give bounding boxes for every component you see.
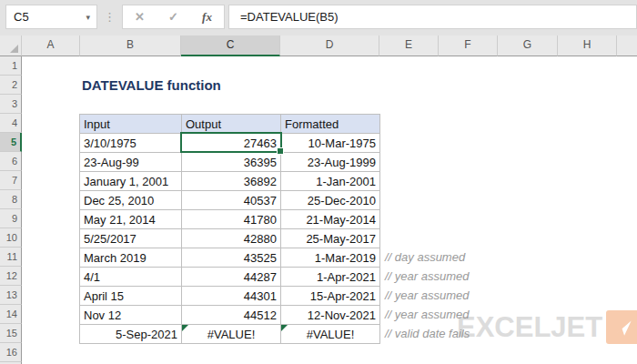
- select-all-button[interactable]: [0, 35, 22, 56]
- row-headers: 1 2 3 4 5 6 7 8 9 10 11 12 13 14 15 16 1…: [0, 56, 22, 364]
- cell-B5[interactable]: 3/10/1975: [80, 134, 182, 153]
- fill-handle[interactable]: [277, 147, 284, 155]
- comment-text: // year assumed: [385, 267, 470, 286]
- column-header-d[interactable]: D: [280, 35, 379, 56]
- excel-window: C5 ▾ ⋮ ✕ ✓ fx =DATEVALUE(B5) A B C D E F…: [0, 0, 637, 364]
- column-header-b[interactable]: B: [80, 35, 181, 56]
- column-header-h[interactable]: H: [558, 35, 617, 56]
- data-table: Input Output Formatted 3/10/1975 27463 1…: [79, 114, 380, 344]
- table-header-row: Input Output Formatted: [80, 115, 380, 134]
- table-row: 23-Aug-99 36395 23-Aug-1999: [80, 153, 380, 172]
- cell-D14[interactable]: 12-Nov-2021: [281, 306, 380, 325]
- cell-D15[interactable]: #VALUE!: [281, 325, 380, 344]
- exceljet-logo-mark: [606, 310, 637, 344]
- column-header-g[interactable]: G: [498, 35, 558, 56]
- cell-C8[interactable]: 40537: [182, 191, 281, 210]
- cell-D11[interactable]: 1-Mar-2019: [281, 248, 380, 268]
- formula-bar: C5 ▾ ⋮ ✕ ✓ fx =DATEVALUE(B5): [0, 0, 637, 35]
- page-title: DATEVALUE function: [82, 76, 221, 95]
- row-header-4[interactable]: 4: [0, 114, 22, 133]
- table-header-output[interactable]: Output: [182, 115, 281, 134]
- cell-C13[interactable]: 44301: [182, 287, 281, 306]
- cell-C7[interactable]: 36892: [182, 172, 281, 191]
- column-header-partial[interactable]: [617, 35, 637, 56]
- formula-bar-buttons: ✕ ✓ fx: [122, 5, 225, 29]
- insert-function-icon[interactable]: fx: [202, 10, 212, 25]
- row-header-1[interactable]: 1: [0, 56, 22, 76]
- chevron-down-icon[interactable]: ▾: [86, 13, 90, 22]
- paper-plane-icon: [612, 316, 635, 339]
- cell-C12[interactable]: 44287: [182, 268, 281, 287]
- formula-text: =DATEVALUE(B5): [240, 10, 339, 24]
- row-header-13[interactable]: 13: [0, 286, 22, 305]
- row-header-3[interactable]: 3: [0, 95, 22, 114]
- table-row: 4/1 44287 1-Apr-2021: [80, 268, 380, 287]
- cell-B9[interactable]: May 21, 2014: [80, 210, 182, 229]
- cell-B7[interactable]: January 1, 2001: [80, 172, 182, 191]
- row-header-7[interactable]: 7: [0, 171, 22, 190]
- cell-B11[interactable]: March 2019: [80, 248, 182, 268]
- row-header-2[interactable]: 2: [0, 76, 22, 95]
- row-header-6[interactable]: 6: [0, 152, 22, 171]
- row-header-11[interactable]: 11: [0, 248, 22, 267]
- cell-C10[interactable]: 42880: [182, 229, 281, 248]
- row-header-15[interactable]: 15: [0, 324, 22, 343]
- name-box[interactable]: C5 ▾: [5, 5, 97, 29]
- table-row: May 21, 2014 41780 21-May-2014: [80, 210, 380, 229]
- cell-D10[interactable]: 25-May-2017: [281, 229, 380, 248]
- cell-B10[interactable]: 5/25/2017: [80, 229, 182, 248]
- column-header-f[interactable]: F: [439, 35, 498, 56]
- cell-C6[interactable]: 36395: [182, 153, 281, 172]
- cell-B15[interactable]: 5-Sep-2021: [80, 325, 182, 344]
- cell-D13[interactable]: 15-Apr-2021: [281, 287, 380, 306]
- cell-D5[interactable]: 10-Mar-1975: [281, 134, 380, 153]
- cell-D7[interactable]: 1-Jan-2001: [281, 172, 380, 191]
- row-header-9[interactable]: 9: [0, 209, 22, 228]
- comment-text: // valid date fails: [385, 324, 470, 343]
- cell-D9[interactable]: 21-May-2014: [281, 210, 380, 229]
- cell-C9[interactable]: 41780: [182, 210, 281, 229]
- cell-C15[interactable]: #VALUE!: [182, 325, 281, 344]
- row-header-5[interactable]: 5: [0, 133, 22, 152]
- cell-D6[interactable]: 23-Aug-1999: [281, 153, 380, 172]
- cell-B12[interactable]: 4/1: [80, 268, 182, 287]
- cell-D8[interactable]: 25-Dec-2010: [281, 191, 380, 210]
- comments-column: // day assumed // year assumed // year a…: [385, 248, 470, 343]
- table-row: April 15 44301 15-Apr-2021: [80, 287, 380, 306]
- comment-text: // year assumed: [385, 305, 470, 324]
- column-header-c[interactable]: C: [181, 35, 280, 56]
- table-row: Dec 25, 2010 40537 25-Dec-2010: [80, 191, 380, 210]
- cell-C14[interactable]: 44512: [182, 306, 281, 325]
- cell-B6[interactable]: 23-Aug-99: [80, 153, 182, 172]
- cell-B14[interactable]: Nov 12: [80, 306, 182, 325]
- row-header-16[interactable]: 16: [0, 343, 22, 362]
- row-header-14[interactable]: 14: [0, 305, 22, 324]
- exceljet-watermark: EXCELJET: [457, 310, 637, 344]
- cell-C5[interactable]: 27463: [182, 134, 281, 153]
- column-header-a[interactable]: A: [22, 35, 80, 56]
- comment-text: // day assumed: [385, 248, 470, 267]
- row-header-12[interactable]: 12: [0, 267, 22, 286]
- table-header-input[interactable]: Input: [80, 115, 182, 134]
- cancel-icon[interactable]: ✕: [135, 10, 145, 24]
- exceljet-logo-text: EXCELJET: [457, 310, 602, 344]
- comment-text: // year assumed: [385, 286, 470, 305]
- column-header-e[interactable]: E: [379, 35, 439, 56]
- enter-icon[interactable]: ✓: [168, 10, 178, 24]
- cell-B8[interactable]: Dec 25, 2010: [80, 191, 182, 210]
- cell-B13[interactable]: April 15: [80, 287, 182, 306]
- table-header-formatted[interactable]: Formatted: [281, 115, 380, 134]
- cell-C11[interactable]: 43525: [182, 248, 281, 268]
- formula-input[interactable]: =DATEVALUE(B5): [228, 5, 637, 29]
- table-row: January 1, 2001 36892 1-Jan-2001: [80, 172, 380, 191]
- sheet-canvas[interactable]: DATEVALUE function EXCELJET Input Output…: [22, 56, 637, 364]
- table-row: 5-Sep-2021 #VALUE! #VALUE!: [80, 325, 380, 344]
- column-headers: A B C D E F G H: [0, 35, 637, 56]
- table-row: March 2019 43525 1-Mar-2019: [80, 248, 380, 268]
- row-header-10[interactable]: 10: [0, 228, 22, 248]
- table-row: Nov 12 44512 12-Nov-2021: [80, 306, 380, 325]
- row-header-8[interactable]: 8: [0, 190, 22, 209]
- table-row: 5/25/2017 42880 25-May-2017: [80, 229, 380, 248]
- formula-bar-divider-icon: ⋮: [104, 5, 116, 29]
- cell-D12[interactable]: 1-Apr-2021: [281, 268, 380, 287]
